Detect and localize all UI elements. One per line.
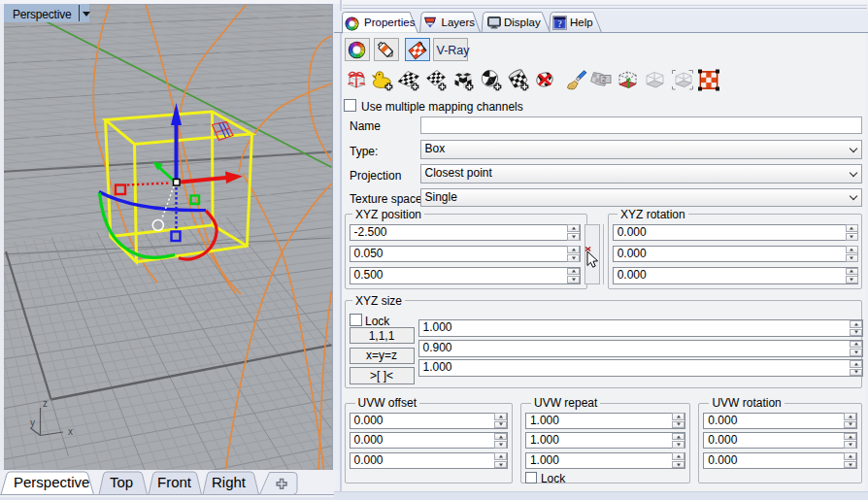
svg-text:z: z [43, 398, 48, 409]
svg-text:?: ? [557, 19, 562, 29]
svg-text:2: 2 [602, 75, 607, 83]
svg-text:y: y [30, 417, 35, 428]
svg-text:x: x [68, 426, 73, 437]
